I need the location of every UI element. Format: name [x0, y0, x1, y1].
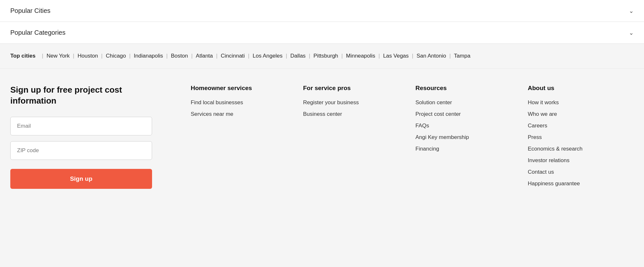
footer-link-economics-research[interactable]: Economics & research [528, 146, 627, 152]
chevron-down-icon: ⌄ [629, 29, 634, 36]
city-link-los-angeles[interactable]: Los Angeles [253, 53, 283, 59]
signup-title: Sign up for free project cost informatio… [10, 85, 152, 106]
footer-link-register-your-business[interactable]: Register your business [303, 99, 403, 106]
footer-link-careers[interactable]: Careers [528, 123, 627, 129]
email-field[interactable] [10, 117, 152, 135]
cities-separator: | [42, 53, 43, 59]
city-link-houston[interactable]: Houston [78, 53, 98, 59]
signup-section: Sign up for free project cost informatio… [10, 85, 171, 192]
footer-link-contact-us[interactable]: Contact us [528, 169, 627, 175]
city-link-pittsburgh[interactable]: Pittsburgh [313, 53, 338, 59]
footer-link-happiness-guarantee[interactable]: Happiness guarantee [528, 180, 627, 187]
footer-col-about-us-title: About us [528, 85, 627, 92]
sign-up-button[interactable]: Sign up [10, 169, 152, 189]
city-link-atlanta[interactable]: Atlanta [196, 53, 213, 59]
city-link-new-york[interactable]: New York [47, 53, 70, 59]
footer-columns: Homeowner services Find local businesses… [171, 85, 634, 192]
city-link-cincinnati[interactable]: Cincinnati [221, 53, 245, 59]
footer-col-resources: Resources Solution center Project cost c… [409, 85, 522, 192]
footer-link-who-we-are[interactable]: Who we are [528, 111, 627, 117]
city-link-san-antonio[interactable]: San Antonio [417, 53, 446, 59]
top-cities-bar: Top cities | New York | Houston | Chicag… [0, 44, 644, 69]
footer-link-investor-relations[interactable]: Investor relations [528, 157, 627, 164]
city-link-boston[interactable]: Boston [171, 53, 188, 59]
accordion-popular-cities[interactable]: Popular Cities ⌄ [0, 0, 644, 22]
footer-col-homeowner-services: Homeowner services Find local businesses… [184, 85, 297, 192]
footer-col-about-us: About us How it works Who we are Careers… [521, 85, 634, 192]
city-link-minneapolis[interactable]: Minneapolis [346, 53, 375, 59]
footer-link-faqs[interactable]: FAQs [416, 123, 515, 129]
city-link-las-vegas[interactable]: Las Vegas [383, 53, 409, 59]
footer-link-find-local-businesses[interactable]: Find local businesses [191, 99, 290, 106]
footer-link-business-center[interactable]: Business center [303, 111, 403, 117]
footer-col-homeowner-services-title: Homeowner services [191, 85, 290, 92]
footer-col-for-service-pros-title: For service pros [303, 85, 403, 92]
footer-link-project-cost-center[interactable]: Project cost center [416, 111, 515, 117]
chevron-down-icon: ⌄ [629, 7, 634, 14]
city-link-chicago[interactable]: Chicago [106, 53, 126, 59]
footer-link-solution-center[interactable]: Solution center [416, 99, 515, 106]
accordion-popular-categories[interactable]: Popular Categories ⌄ [0, 22, 644, 44]
zip-code-field[interactable] [10, 141, 152, 160]
city-link-dallas[interactable]: Dallas [290, 53, 305, 59]
footer-col-resources-title: Resources [416, 85, 515, 92]
city-link-indianapolis[interactable]: Indianapolis [134, 53, 163, 59]
city-link-tampa[interactable]: Tampa [454, 53, 470, 59]
footer-link-angi-key-membership[interactable]: Angi Key membership [416, 134, 515, 141]
footer-col-for-service-pros: For service pros Register your business … [297, 85, 409, 192]
accordion-popular-categories-label: Popular Categories [10, 29, 65, 36]
footer-main: Sign up for free project cost informatio… [0, 69, 644, 211]
footer-link-services-near-me[interactable]: Services near me [191, 111, 290, 117]
footer-link-financing[interactable]: Financing [416, 146, 515, 152]
footer-link-press[interactable]: Press [528, 134, 627, 141]
footer-link-how-it-works[interactable]: How it works [528, 99, 627, 106]
accordion-popular-cities-label: Popular Cities [10, 7, 51, 14]
top-cities-label: Top cities [10, 53, 35, 59]
